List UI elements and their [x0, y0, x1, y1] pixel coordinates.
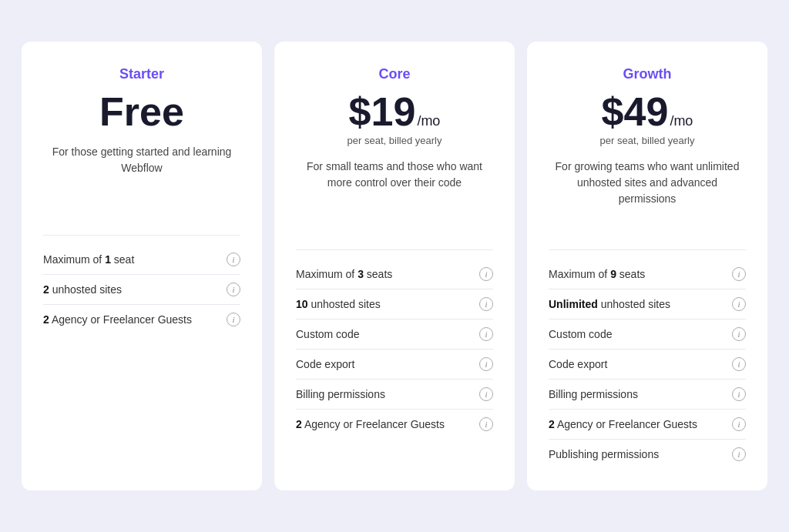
feature-highlight-core-1: 10	[296, 298, 308, 310]
features-divider-starter	[43, 235, 240, 236]
feature-highlight-starter-2: 2	[43, 313, 49, 326]
plan-name-core: Core	[296, 66, 493, 82]
feature-row-starter-2: 2 Agency or Freelancer Guestsi	[43, 305, 240, 334]
feature-text-core-4: Billing permissions	[296, 388, 473, 400]
features-divider-growth	[549, 249, 746, 250]
plan-card-starter: StarterFreeFor those getting started and…	[22, 42, 262, 490]
plan-price-starter: Free	[43, 92, 240, 132]
plan-billing-growth: per seat, billed yearly	[549, 135, 746, 146]
features-divider-core	[296, 249, 493, 250]
info-icon-growth-1[interactable]: i	[732, 297, 746, 311]
plan-billing-core: per seat, billed yearly	[296, 135, 493, 146]
feature-text-growth-2: Custom code	[549, 328, 726, 340]
info-icon-starter-1[interactable]: i	[227, 283, 240, 296]
feature-row-core-5: 2 Agency or Freelancer Guestsi	[296, 410, 493, 439]
feature-highlight-growth-1: Unlimited	[549, 298, 598, 310]
feature-row-core-4: Billing permissionsi	[296, 380, 493, 410]
plan-price-core: $19/mo	[296, 92, 493, 132]
feature-highlight-starter-1: 2	[43, 283, 49, 296]
plan-price-amount-growth: $49	[602, 92, 669, 132]
plan-header-core: Core$19/moper seat, billed yearlyFor sma…	[296, 66, 493, 212]
plan-description-growth: For growing teams who want unlimited unh…	[549, 159, 746, 212]
feature-row-starter-1: 2 unhosted sitesi	[43, 275, 240, 305]
info-icon-core-0[interactable]: i	[479, 267, 493, 281]
feature-text-growth-3: Code export	[549, 358, 726, 370]
feature-text-growth-5: 2 Agency or Freelancer Guests	[549, 418, 726, 430]
plan-header-growth: Growth$49/moper seat, billed yearlyFor g…	[549, 66, 746, 212]
feature-text-core-1: 10 unhosted sites	[296, 298, 473, 310]
plan-header-starter: StarterFreeFor those getting started and…	[43, 66, 240, 198]
feature-row-core-0: Maximum of 3 seatsi	[296, 259, 493, 289]
feature-highlight-starter-0: 1	[105, 253, 111, 266]
plan-description-starter: For those getting started and learning W…	[43, 144, 240, 198]
info-icon-growth-0[interactable]: i	[732, 267, 746, 281]
plan-price-unit-core: /mo	[417, 114, 440, 128]
plan-price-amount-starter: Free	[99, 92, 184, 132]
feature-text-core-5: 2 Agency or Freelancer Guests	[296, 418, 473, 430]
plan-description-core: For small teams and those who want more …	[296, 159, 493, 212]
feature-text-growth-0: Maximum of 9 seats	[549, 268, 726, 280]
feature-row-core-3: Code exporti	[296, 350, 493, 380]
info-icon-core-5[interactable]: i	[479, 417, 493, 431]
feature-row-growth-6: Publishing permissionsi	[549, 440, 746, 469]
feature-highlight-core-0: 3	[358, 268, 364, 280]
plan-name-starter: Starter	[43, 66, 240, 82]
feature-row-growth-3: Code exporti	[549, 350, 746, 380]
feature-text-growth-4: Billing permissions	[549, 388, 726, 400]
feature-text-core-0: Maximum of 3 seats	[296, 268, 473, 280]
plan-card-growth: Growth$49/moper seat, billed yearlyFor g…	[527, 42, 767, 490]
info-icon-core-3[interactable]: i	[479, 357, 493, 371]
feature-row-core-1: 10 unhosted sitesi	[296, 289, 493, 320]
info-icon-growth-2[interactable]: i	[732, 327, 746, 341]
feature-text-starter-1: 2 unhosted sites	[43, 283, 220, 296]
feature-text-starter-2: 2 Agency or Freelancer Guests	[43, 313, 220, 326]
info-icon-core-2[interactable]: i	[479, 327, 493, 341]
feature-highlight-core-5: 2	[296, 418, 302, 430]
info-icon-growth-5[interactable]: i	[732, 417, 746, 431]
feature-text-growth-1: Unlimited unhosted sites	[549, 298, 726, 310]
feature-text-growth-6: Publishing permissions	[549, 448, 726, 460]
feature-text-starter-0: Maximum of 1 seat	[43, 253, 220, 266]
plan-price-unit-growth: /mo	[670, 114, 693, 128]
info-icon-core-1[interactable]: i	[479, 297, 493, 311]
info-icon-starter-0[interactable]: i	[227, 253, 240, 266]
info-icon-core-4[interactable]: i	[479, 387, 493, 401]
feature-row-growth-0: Maximum of 9 seatsi	[549, 259, 746, 289]
plan-name-growth: Growth	[549, 66, 746, 82]
info-icon-growth-4[interactable]: i	[732, 387, 746, 401]
info-icon-growth-6[interactable]: i	[732, 447, 746, 461]
feature-row-core-2: Custom codei	[296, 320, 493, 350]
feature-row-growth-2: Custom codei	[549, 320, 746, 350]
plans-container: StarterFreeFor those getting started and…	[15, 42, 774, 490]
feature-highlight-growth-5: 2	[549, 418, 555, 430]
plan-price-amount-core: $19	[349, 92, 416, 132]
feature-row-growth-5: 2 Agency or Freelancer Guestsi	[549, 410, 746, 440]
plan-card-core: Core$19/moper seat, billed yearlyFor sma…	[274, 42, 515, 490]
feature-row-growth-4: Billing permissionsi	[549, 380, 746, 410]
feature-text-core-3: Code export	[296, 358, 473, 370]
plan-price-growth: $49/mo	[549, 92, 746, 132]
feature-row-starter-0: Maximum of 1 seati	[43, 245, 240, 275]
info-icon-starter-2[interactable]: i	[227, 313, 240, 326]
feature-text-core-2: Custom code	[296, 328, 473, 340]
feature-highlight-growth-0: 9	[610, 268, 616, 280]
info-icon-growth-3[interactable]: i	[732, 357, 746, 371]
feature-row-growth-1: Unlimited unhosted sitesi	[549, 289, 746, 320]
